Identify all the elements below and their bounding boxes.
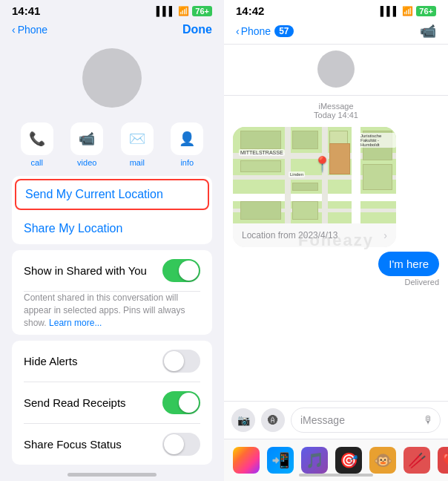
nav-bar-left: ‹ Phone Done xyxy=(0,20,224,42)
action-buttons: 📞 call 📹 video ✉️ mail 👤 info xyxy=(0,117,224,176)
more-settings-section: Hide Alerts Send Read Receipts Share Foc… xyxy=(12,341,212,465)
map-pin: 📍 xyxy=(313,155,332,173)
delivered-status: Delivered xyxy=(405,278,439,287)
dj-icon: 🎯 xyxy=(340,451,358,469)
battery-left: 76+ xyxy=(192,6,212,16)
share-focus-toggle[interactable] xyxy=(162,433,200,456)
location-card[interactable]: MITTELSTRASSE Linden Juristische Fakultä… xyxy=(233,127,396,247)
share-focus-label: Share Focus Status xyxy=(24,438,122,451)
sent-message-wrap: I'm here Delivered xyxy=(233,252,439,287)
input-bar: 📷 🅐 iMessage 🎙 xyxy=(224,401,448,439)
home-indicator-right xyxy=(299,474,373,477)
sent-message-text: I'm here xyxy=(389,258,429,270)
time-right: 14:42 xyxy=(236,4,264,17)
status-icons-left: ▌▌▌ 📶 76+ xyxy=(157,6,212,16)
hide-alerts-toggle[interactable] xyxy=(162,350,200,373)
tray-app-sticks[interactable]: 🥢 xyxy=(403,447,430,474)
status-bar-right: 14:42 ▌▌▌ 📶 76+ xyxy=(224,0,448,20)
chevron-left-icon-right: ‹ xyxy=(236,25,240,37)
signal-icon-left: ▌▌▌ xyxy=(157,6,176,16)
location-footer: Location from 2023/4/13 › xyxy=(233,223,396,247)
hide-alerts-row: Hide Alerts xyxy=(24,341,200,382)
map-preview: MITTELSTRASSE Linden Juristische Fakultä… xyxy=(233,127,396,223)
info-icon: 👤 xyxy=(179,131,195,147)
send-read-receipts-row: Send Read Receipts xyxy=(24,382,200,424)
shared-with-you-subtext: Content shared in this conversation will… xyxy=(24,292,200,335)
location-section: Send My Current Location Share My Locati… xyxy=(12,176,212,244)
toggle-knob-alerts xyxy=(164,351,184,371)
imessage-input-wrap[interactable]: iMessage 🎙 xyxy=(291,408,441,433)
nav-bar-right: ‹ Phone 57 📹 xyxy=(224,20,448,45)
app-store-button[interactable]: 🅐 xyxy=(261,408,285,432)
video-label: video xyxy=(77,158,96,167)
tray-app-heart[interactable]: ❤️ xyxy=(438,447,448,474)
send-current-location-button[interactable]: Send My Current Location xyxy=(15,179,209,210)
tray-app-audio[interactable]: 🎵 xyxy=(301,447,328,474)
settings-section: Show in Shared with You Content shared i… xyxy=(12,250,212,335)
info-label: info xyxy=(180,158,194,167)
chat-header xyxy=(224,45,448,96)
message-meta: iMessage Today 14:41 xyxy=(233,102,439,120)
call-label: call xyxy=(30,158,43,167)
location-date: Location from 2023/4/13 xyxy=(242,230,337,240)
appstore-tray-icon: 📲 xyxy=(271,451,290,469)
mic-icon: 🎙 xyxy=(424,414,434,426)
camera-icon: 📷 xyxy=(237,414,250,426)
info-button[interactable]: 👤 info xyxy=(162,122,213,167)
mail-label: mail xyxy=(130,158,145,167)
share-my-location-button[interactable]: Share My Location xyxy=(12,213,212,244)
back-button-left[interactable]: ‹ Phone xyxy=(12,24,47,36)
toggle-knob xyxy=(179,261,199,281)
toggle-knob-focus xyxy=(164,434,184,454)
back-label-right: Phone xyxy=(241,25,271,37)
home-indicator-left xyxy=(67,473,157,477)
show-shared-toggle[interactable] xyxy=(162,259,200,282)
right-panel: 14:42 ▌▌▌ 📶 76+ ‹ Phone 57 📹 iMessage To… xyxy=(224,0,448,481)
imessage-placeholder: iMessage xyxy=(300,414,345,426)
send-read-receipts-toggle[interactable] xyxy=(162,391,200,414)
messages-area: iMessage Today 14:41 xyxy=(224,96,448,401)
time-left: 14:41 xyxy=(12,4,40,17)
call-icon: 📞 xyxy=(29,131,45,147)
left-panel: 14:41 ▌▌▌ 📶 76+ ‹ Phone Done 📞 call 📹 xyxy=(0,0,224,481)
badge-count: 57 xyxy=(274,25,293,37)
video-button[interactable]: 📹 video xyxy=(62,122,113,167)
wifi-icon-right: 📶 xyxy=(402,6,413,16)
tray-app-monkey[interactable]: 🐵 xyxy=(369,447,396,474)
monkey-icon: 🐵 xyxy=(374,451,392,469)
hide-alerts-label: Hide Alerts xyxy=(24,355,78,367)
status-icons-right: ▌▌▌ 📶 76+ xyxy=(381,6,436,16)
chevron-left-icon: ‹ xyxy=(12,24,16,36)
show-shared-with-you-row: Show in Shared with You xyxy=(24,250,200,292)
battery-right: 76+ xyxy=(416,6,436,16)
right-nav-actions: 📹 xyxy=(420,23,436,39)
wifi-icon-left: 📶 xyxy=(178,6,189,16)
mail-icon: ✉️ xyxy=(129,131,145,147)
call-button[interactable]: 📞 call xyxy=(12,122,62,167)
camera-button[interactable]: 📷 xyxy=(231,408,255,432)
back-button-right[interactable]: ‹ Phone 57 xyxy=(236,25,294,37)
location-message: MITTELSTRASSE Linden Juristische Fakultä… xyxy=(233,127,439,247)
back-label-left: Phone xyxy=(18,24,47,36)
sent-bubble: I'm here xyxy=(378,252,439,276)
video-icon: 📹 xyxy=(79,131,95,147)
avatar-section xyxy=(0,42,224,117)
tray-app-store[interactable]: 📲 xyxy=(267,447,294,474)
audio-icon: 🎵 xyxy=(306,451,324,469)
video-call-icon[interactable]: 📹 xyxy=(420,23,436,39)
done-button[interactable]: Done xyxy=(182,23,212,36)
signal-icon-right: ▌▌▌ xyxy=(381,6,400,16)
chat-avatar xyxy=(317,50,355,88)
sticks-icon: 🥢 xyxy=(408,451,426,469)
send-read-receipts-label: Send Read Receipts xyxy=(24,396,126,409)
tray-app-photos[interactable] xyxy=(233,447,260,474)
heart-icon: ❤️ xyxy=(442,451,449,469)
toggle-knob-receipts xyxy=(179,393,199,413)
tray-app-dj[interactable]: 🎯 xyxy=(335,447,362,474)
mail-button[interactable]: ✉️ mail xyxy=(112,122,162,167)
share-focus-status-row: Share Focus Status xyxy=(24,424,200,465)
learn-more-link[interactable]: Learn more... xyxy=(49,318,102,328)
show-shared-label: Show in Shared with You xyxy=(24,264,147,277)
status-bar-left: 14:41 ▌▌▌ 📶 76+ xyxy=(0,0,224,20)
chevron-right-icon: › xyxy=(383,229,387,241)
